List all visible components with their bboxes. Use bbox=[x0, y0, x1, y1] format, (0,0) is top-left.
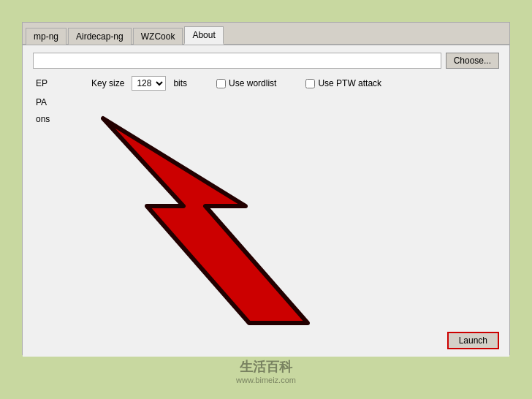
options-row: EP Key size 128 64 256 bits Use wordlist… bbox=[33, 76, 499, 91]
tab-about[interactable]: About bbox=[184, 26, 223, 45]
key-size-label: Key size bbox=[91, 78, 124, 88]
content-area: Choose... EP Key size 128 64 256 bits Us… bbox=[23, 45, 509, 357]
key-size-select[interactable]: 128 64 256 bbox=[132, 76, 166, 91]
ions-label: ons bbox=[36, 114, 50, 124]
watermark-url: www.bimeiz.com bbox=[236, 376, 296, 384]
use-ptw-label: Use PTW attack bbox=[318, 78, 381, 88]
bits-label: bits bbox=[173, 78, 187, 88]
watermark-chinese: 生活百科 bbox=[236, 358, 296, 376]
tab-wzcook[interactable]: WZCook bbox=[133, 28, 183, 45]
wordlist-group: Use wordlist bbox=[216, 78, 276, 88]
pa-label: PA bbox=[36, 97, 47, 107]
file-row: Choose... bbox=[33, 53, 499, 69]
use-ptw-checkbox[interactable] bbox=[305, 79, 315, 88]
tab-bar: mp-ng Airdecap-ng WZCook About bbox=[23, 23, 509, 45]
choose-button[interactable]: Choose... bbox=[446, 53, 499, 69]
launch-button[interactable]: Launch bbox=[447, 332, 499, 349]
pa-row: PA bbox=[33, 96, 499, 107]
main-window: mp-ng Airdecap-ng WZCook About Choose...… bbox=[22, 22, 510, 355]
arrow-indicator bbox=[59, 104, 352, 352]
file-input[interactable] bbox=[33, 53, 441, 69]
tab-airdecap-ng[interactable]: Airdecap-ng bbox=[68, 28, 132, 45]
ptw-group: Use PTW attack bbox=[305, 78, 381, 88]
svg-marker-0 bbox=[103, 118, 308, 323]
use-wordlist-label: Use wordlist bbox=[229, 78, 276, 88]
ep-label: EP bbox=[36, 78, 48, 88]
watermark: 生活百科 www.bimeiz.com bbox=[236, 358, 296, 384]
ions-row: ons bbox=[33, 113, 499, 124]
use-wordlist-checkbox[interactable] bbox=[216, 79, 226, 88]
tab-mp-ng[interactable]: mp-ng bbox=[26, 28, 66, 45]
